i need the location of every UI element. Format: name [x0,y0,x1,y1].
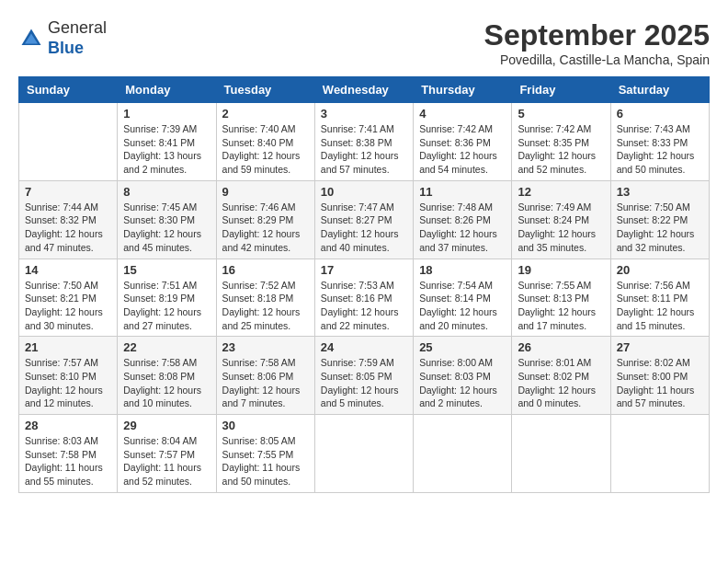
calendar-cell: 27Sunrise: 8:02 AM Sunset: 8:00 PM Dayli… [610,337,709,415]
day-number: 23 [222,340,309,354]
day-info: Sunrise: 7:54 AM Sunset: 8:14 PM Dayligh… [419,279,506,333]
day-info: Sunrise: 7:52 AM Sunset: 8:18 PM Dayligh… [222,279,309,333]
day-info: Sunrise: 8:02 AM Sunset: 8:00 PM Dayligh… [617,356,703,410]
day-number: 18 [419,263,506,277]
day-number: 28 [25,419,111,432]
day-number: 10 [321,185,407,199]
day-info: Sunrise: 8:04 AM Sunset: 7:57 PM Dayligh… [123,434,210,488]
calendar-cell: 9Sunrise: 7:46 AM Sunset: 8:29 PM Daylig… [216,180,314,259]
calendar-cell: 20Sunrise: 7:56 AM Sunset: 8:11 PM Dayli… [610,259,709,337]
logo-blue: Blue [48,39,84,57]
day-info: Sunrise: 7:42 AM Sunset: 8:35 PM Dayligh… [518,122,604,177]
calendar-cell: 29Sunrise: 8:04 AM Sunset: 7:57 PM Dayli… [118,415,216,493]
day-info: Sunrise: 8:03 AM Sunset: 7:58 PM Dayligh… [25,434,111,488]
day-info: Sunrise: 7:50 AM Sunset: 8:22 PM Dayligh… [617,201,703,255]
calendar-week-row: 7Sunrise: 7:44 AM Sunset: 8:32 PM Daylig… [19,180,710,259]
column-header-wednesday: Wednesday [314,77,413,103]
calendar-cell: 4Sunrise: 7:42 AM Sunset: 8:36 PM Daylig… [414,103,512,181]
day-number: 4 [419,107,506,121]
day-number: 12 [518,185,604,199]
day-number: 6 [617,107,703,121]
day-number: 24 [321,340,407,354]
day-info: Sunrise: 7:59 AM Sunset: 8:05 PM Dayligh… [321,356,407,410]
calendar-cell [19,103,118,181]
calendar-header-row: SundayMondayTuesdayWednesdayThursdayFrid… [19,77,710,103]
calendar-cell: 30Sunrise: 8:05 AM Sunset: 7:55 PM Dayli… [216,415,314,493]
calendar-cell: 22Sunrise: 7:58 AM Sunset: 8:08 PM Dayli… [118,337,216,415]
day-info: Sunrise: 7:40 AM Sunset: 8:40 PM Dayligh… [222,122,309,177]
day-number: 25 [419,340,506,354]
day-info: Sunrise: 7:58 AM Sunset: 8:06 PM Dayligh… [222,356,309,410]
calendar-cell: 23Sunrise: 7:58 AM Sunset: 8:06 PM Dayli… [216,337,314,415]
day-number: 19 [518,263,604,277]
column-header-tuesday: Tuesday [216,77,314,103]
calendar-cell: 3Sunrise: 7:41 AM Sunset: 8:38 PM Daylig… [314,103,413,181]
column-header-sunday: Sunday [19,77,118,103]
day-number: 27 [617,340,703,354]
day-number: 20 [617,263,703,277]
day-info: Sunrise: 7:58 AM Sunset: 8:08 PM Dayligh… [123,356,210,410]
day-info: Sunrise: 7:45 AM Sunset: 8:30 PM Dayligh… [123,201,210,255]
day-number: 5 [518,107,604,121]
day-number: 16 [222,263,309,277]
calendar-week-row: 28Sunrise: 8:03 AM Sunset: 7:58 PM Dayli… [19,415,710,493]
day-info: Sunrise: 7:53 AM Sunset: 8:16 PM Dayligh… [321,279,407,333]
location-subtitle: Povedilla, Castille-La Mancha, Spain [484,52,710,67]
page-header: General Blue September 2025 Povedilla, C… [18,18,710,67]
day-number: 8 [123,185,210,199]
day-info: Sunrise: 7:51 AM Sunset: 8:19 PM Dayligh… [123,279,210,333]
logo-text: General Blue [48,18,107,58]
calendar-cell: 25Sunrise: 8:00 AM Sunset: 8:03 PM Dayli… [414,337,512,415]
day-number: 11 [419,185,506,199]
day-number: 17 [321,263,407,277]
day-info: Sunrise: 7:49 AM Sunset: 8:24 PM Dayligh… [518,201,604,255]
calendar-cell: 6Sunrise: 7:43 AM Sunset: 8:33 PM Daylig… [610,103,709,181]
day-number: 2 [222,107,309,121]
day-info: Sunrise: 7:46 AM Sunset: 8:29 PM Dayligh… [222,201,309,255]
day-number: 3 [321,107,407,121]
day-info: Sunrise: 8:05 AM Sunset: 7:55 PM Dayligh… [222,434,309,488]
calendar-cell: 15Sunrise: 7:51 AM Sunset: 8:19 PM Dayli… [118,259,216,337]
day-number: 15 [123,263,210,277]
calendar-cell [512,415,610,493]
day-number: 7 [25,185,111,199]
column-header-monday: Monday [118,77,216,103]
column-header-friday: Friday [512,77,610,103]
day-info: Sunrise: 7:41 AM Sunset: 8:38 PM Dayligh… [321,122,407,177]
calendar-cell: 21Sunrise: 7:57 AM Sunset: 8:10 PM Dayli… [19,337,118,415]
day-info: Sunrise: 7:55 AM Sunset: 8:13 PM Dayligh… [518,279,604,333]
calendar-cell: 8Sunrise: 7:45 AM Sunset: 8:30 PM Daylig… [118,180,216,259]
calendar-cell [414,415,512,493]
day-number: 13 [617,185,703,199]
day-info: Sunrise: 7:47 AM Sunset: 8:27 PM Dayligh… [321,201,407,255]
calendar-cell: 19Sunrise: 7:55 AM Sunset: 8:13 PM Dayli… [512,259,610,337]
calendar-week-row: 1Sunrise: 7:39 AM Sunset: 8:41 PM Daylig… [19,103,710,181]
calendar-week-row: 14Sunrise: 7:50 AM Sunset: 8:21 PM Dayli… [19,259,710,337]
calendar-cell [314,415,413,493]
calendar-cell: 13Sunrise: 7:50 AM Sunset: 8:22 PM Dayli… [610,180,709,259]
day-info: Sunrise: 7:50 AM Sunset: 8:21 PM Dayligh… [25,279,111,333]
day-info: Sunrise: 7:42 AM Sunset: 8:36 PM Dayligh… [419,122,506,177]
calendar-cell: 7Sunrise: 7:44 AM Sunset: 8:32 PM Daylig… [19,180,118,259]
day-info: Sunrise: 8:01 AM Sunset: 8:02 PM Dayligh… [518,356,604,410]
day-info: Sunrise: 7:57 AM Sunset: 8:10 PM Dayligh… [25,356,111,410]
calendar-cell: 12Sunrise: 7:49 AM Sunset: 8:24 PM Dayli… [512,180,610,259]
calendar-cell: 18Sunrise: 7:54 AM Sunset: 8:14 PM Dayli… [414,259,512,337]
calendar-cell: 14Sunrise: 7:50 AM Sunset: 8:21 PM Dayli… [19,259,118,337]
day-info: Sunrise: 7:44 AM Sunset: 8:32 PM Dayligh… [25,201,111,255]
calendar-cell: 24Sunrise: 7:59 AM Sunset: 8:05 PM Dayli… [314,337,413,415]
logo: General Blue [18,18,107,58]
logo-general: General [48,18,107,37]
calendar-cell: 11Sunrise: 7:48 AM Sunset: 8:26 PM Dayli… [414,180,512,259]
column-header-thursday: Thursday [414,77,512,103]
calendar-cell [610,415,709,493]
calendar-cell: 28Sunrise: 8:03 AM Sunset: 7:58 PM Dayli… [19,415,118,493]
calendar-cell: 2Sunrise: 7:40 AM Sunset: 8:40 PM Daylig… [216,103,314,181]
calendar-cell: 17Sunrise: 7:53 AM Sunset: 8:16 PM Dayli… [314,259,413,337]
logo-icon [18,26,44,52]
column-header-saturday: Saturday [610,77,709,103]
day-number: 26 [518,340,604,354]
calendar-cell: 1Sunrise: 7:39 AM Sunset: 8:41 PM Daylig… [118,103,216,181]
calendar-table: SundayMondayTuesdayWednesdayThursdayFrid… [18,76,710,493]
day-number: 22 [123,340,210,354]
